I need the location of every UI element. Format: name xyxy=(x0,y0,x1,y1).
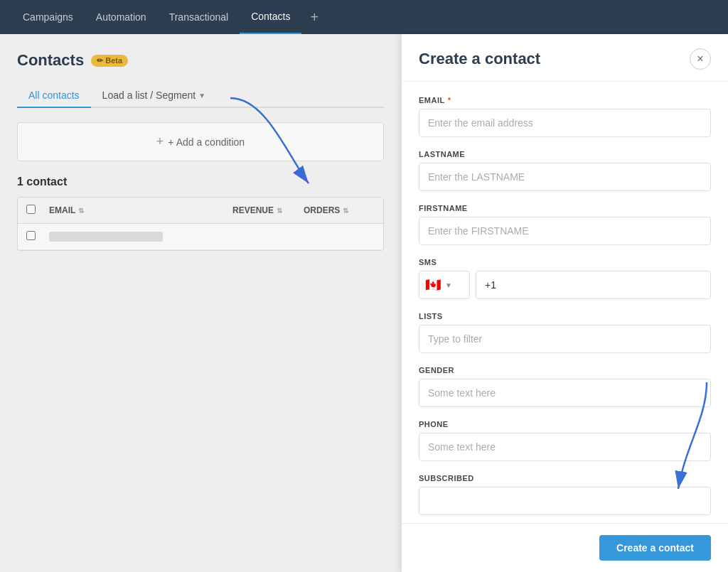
create-contact-modal: Create a contact × EMAIL * LASTNAME xyxy=(401,34,728,572)
tab-all-contacts[interactable]: All contacts xyxy=(17,84,91,108)
sms-input-row: 🇨🇦 ▼ xyxy=(419,271,711,299)
tab-load-segment[interactable]: Load a list / Segment ▼ xyxy=(91,84,217,107)
gender-input[interactable] xyxy=(419,379,711,407)
gender-field-group: GENDER xyxy=(419,366,711,407)
modal-header: Create a contact × xyxy=(402,34,728,82)
main-area: Contacts ✏ Beta All contacts Load a list… xyxy=(0,34,728,572)
firstname-field-group: FIRSTNAME xyxy=(419,204,711,245)
col-label-email: EMAIL xyxy=(49,205,75,215)
subscribed-input[interactable] xyxy=(419,487,711,515)
left-panel: Contacts ✏ Beta All contacts Load a list… xyxy=(0,34,401,572)
required-star-email: * xyxy=(448,96,451,104)
nav-item-automation[interactable]: Automation xyxy=(85,0,158,34)
sms-label: SMS xyxy=(419,258,711,266)
row-checkbox[interactable] xyxy=(26,231,36,240)
col-header-revenue: REVENUE ⇅ xyxy=(232,205,304,215)
phone-field-group: PHONE xyxy=(419,420,711,461)
nav-item-campaigns[interactable]: Campaigns xyxy=(11,0,85,34)
subscribed-field-group: SUBSCRIBED xyxy=(419,474,711,515)
row-email-cell xyxy=(49,232,232,242)
page-title: Contacts xyxy=(17,51,84,70)
contacts-table: EMAIL ⇅ REVENUE ⇅ ORDERS ⇅ xyxy=(17,197,384,251)
country-code-select[interactable]: 🇨🇦 ▼ xyxy=(419,271,470,299)
create-contact-button[interactable]: Create a contact xyxy=(599,535,711,561)
nav-item-transactional[interactable]: Transactional xyxy=(158,0,240,34)
email-field-group: EMAIL * xyxy=(419,96,711,137)
top-navigation: Campaigns Automation Transactional Conta… xyxy=(0,0,728,34)
header-checkbox-cell xyxy=(26,205,49,216)
tabs-row: All contacts Load a list / Segment ▼ xyxy=(17,84,384,108)
lists-field-group: LISTS xyxy=(419,312,711,353)
chevron-down-icon: ▼ xyxy=(198,92,205,99)
lists-filter-input[interactable] xyxy=(419,325,711,353)
sms-number-input[interactable] xyxy=(476,271,711,299)
lastname-input[interactable] xyxy=(419,163,711,191)
email-label: EMAIL * xyxy=(419,96,711,104)
email-blurred xyxy=(49,232,163,242)
modal-close-button[interactable]: × xyxy=(690,48,711,70)
table-header: EMAIL ⇅ REVENUE ⇅ ORDERS ⇅ xyxy=(18,198,383,224)
phone-label: PHONE xyxy=(419,420,711,428)
col-label-orders: ORDERS xyxy=(304,205,340,215)
lastname-label: LASTNAME xyxy=(419,150,711,158)
row-checkbox-cell xyxy=(26,231,49,242)
add-condition-label: + Add a condition xyxy=(168,136,245,148)
add-condition-button[interactable]: + + Add a condition xyxy=(156,134,245,149)
sort-icon-email[interactable]: ⇅ xyxy=(78,207,84,215)
flag-icon: 🇨🇦 xyxy=(425,277,441,293)
lists-label: LISTS xyxy=(419,312,711,320)
email-input[interactable] xyxy=(419,109,711,137)
sort-icon-orders[interactable]: ⇅ xyxy=(343,207,348,215)
tab-load-segment-label: Load a list / Segment xyxy=(102,90,196,101)
condition-bar: + + Add a condition xyxy=(17,122,384,161)
nav-add-button[interactable]: + xyxy=(301,9,327,26)
beta-badge: ✏ Beta xyxy=(91,55,128,67)
lastname-field-group: LASTNAME xyxy=(419,150,711,191)
gender-label: GENDER xyxy=(419,366,711,374)
modal-body: EMAIL * LASTNAME FIRSTNAME xyxy=(402,82,728,523)
phone-input[interactable] xyxy=(419,433,711,461)
modal-footer: Create a contact xyxy=(402,523,728,572)
firstname-label: FIRSTNAME xyxy=(419,204,711,212)
nav-item-contacts[interactable]: Contacts xyxy=(240,0,301,34)
sort-icon-revenue[interactable]: ⇅ xyxy=(277,207,282,215)
col-label-revenue: REVENUE xyxy=(232,205,274,215)
flag-chevron-icon: ▼ xyxy=(445,281,452,289)
contact-count: 1 contact xyxy=(17,176,384,188)
sms-field-group: SMS 🇨🇦 ▼ xyxy=(419,258,711,299)
plus-icon: + xyxy=(156,134,164,149)
subscribed-label: SUBSCRIBED xyxy=(419,474,711,482)
page-header: Contacts ✏ Beta xyxy=(17,51,384,70)
col-header-orders: ORDERS ⇅ xyxy=(304,205,375,215)
table-row xyxy=(18,224,383,250)
select-all-checkbox[interactable] xyxy=(26,205,36,214)
firstname-input[interactable] xyxy=(419,217,711,245)
col-header-email: EMAIL ⇅ xyxy=(49,205,232,215)
modal-title: Create a contact xyxy=(419,50,540,68)
